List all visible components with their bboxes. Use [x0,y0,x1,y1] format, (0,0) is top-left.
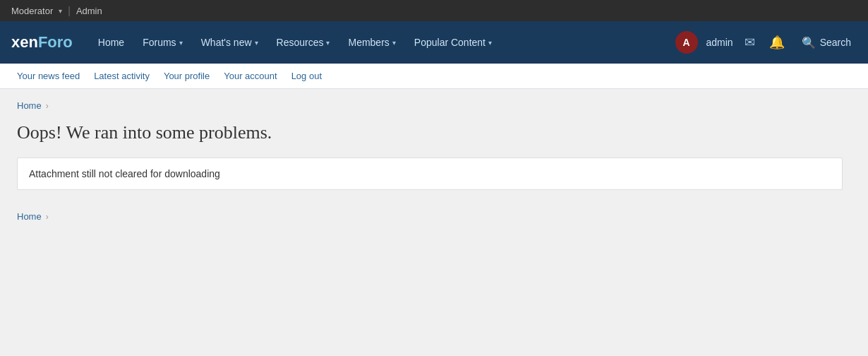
breadcrumb-separator: › [46,101,49,111]
nav-whats-new[interactable]: What's new ▾ [193,27,267,58]
subnav-news-feed[interactable]: Your news feed [11,64,85,89]
main-navigation: Home Forums ▾ What's new ▾ Resources ▾ M… [90,21,857,64]
bottom-breadcrumb-home-link[interactable]: Home [17,211,42,222]
moderator-link[interactable]: Moderator [11,6,53,16]
error-message: Attachment still not cleared for downloa… [29,168,220,179]
content-area: Home › Oops! We ran into some problems. … [0,89,868,233]
forums-dropdown-icon: ▾ [179,39,183,47]
username-label[interactable]: admin [706,37,733,48]
admin-link[interactable]: Admin [76,6,102,16]
logo-foro: Foro [38,33,73,51]
nav-resources[interactable]: Resources ▾ [268,27,339,58]
search-button[interactable]: 🔍 Search [796,36,857,49]
admin-bar: Moderator ▾ | Admin [0,0,868,21]
breadcrumb-home-link[interactable]: Home [17,100,42,111]
search-label: Search [820,37,851,48]
nav-popular-content[interactable]: Popular Content ▾ [406,27,500,58]
nav-home[interactable]: Home [90,27,133,58]
messages-icon[interactable]: ✉ [742,32,758,53]
avatar: A [675,31,698,54]
whats-new-dropdown-icon: ▾ [255,39,258,47]
subnav-latest-activity[interactable]: Latest activity [88,64,155,89]
nav-items: Home Forums ▾ What's new ▾ Resources ▾ M… [90,27,675,58]
error-message-box: Attachment still not cleared for downloa… [17,158,843,190]
subnav-your-profile[interactable]: Your profile [158,64,215,89]
resources-dropdown-icon: ▾ [326,39,330,47]
popular-content-dropdown-icon: ▾ [488,39,492,47]
bottom-breadcrumb: Home › [17,211,851,222]
nav-members[interactable]: Members ▾ [339,27,404,58]
subnav-log-out[interactable]: Log out [286,64,327,89]
logo-xen: xen [11,33,38,51]
admin-bar-separator: | [68,5,71,16]
search-icon: 🔍 [802,36,816,49]
members-dropdown-icon: ▾ [392,39,396,47]
header: xenForo Home Forums ▾ What's new ▾ Resou… [0,21,868,64]
error-title: Oops! We ran into some problems. [17,122,851,143]
sub-navigation: Your news feed Latest activity Your prof… [0,64,868,89]
alerts-icon[interactable]: 🔔 [766,32,788,53]
breadcrumb: Home › [17,100,851,111]
moderator-dropdown-icon[interactable]: ▾ [59,7,62,15]
bottom-breadcrumb-separator: › [46,212,49,222]
subnav-your-account[interactable]: Your account [218,64,282,89]
nav-forums[interactable]: Forums ▾ [134,27,191,58]
logo[interactable]: xenForo [11,33,73,52]
nav-right: A admin ✉ 🔔 🔍 Search [675,31,857,54]
